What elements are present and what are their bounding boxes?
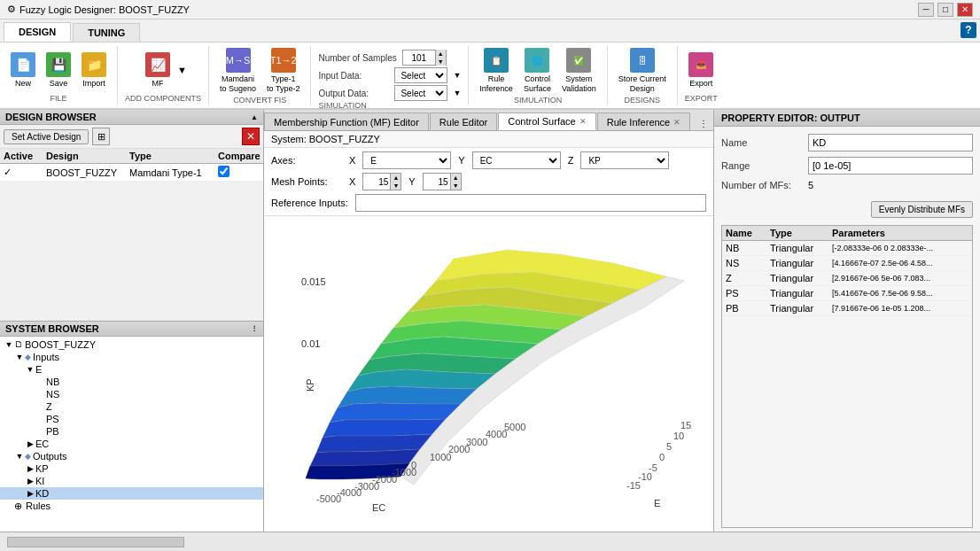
tree-NS[interactable]: NS <box>0 388 263 400</box>
store-current-design-button[interactable]: 🗄 Store CurrentDesign <box>615 46 670 96</box>
tree-PS[interactable]: PS <box>0 413 263 425</box>
system-browser-header[interactable]: SYSTEM BROWSER ⋮ <box>0 322 263 337</box>
y-axis-select[interactable]: EC <box>472 151 561 169</box>
system-validation-button[interactable]: ✅ SystemValidation <box>558 46 600 96</box>
horizontal-scrollbar[interactable] <box>7 537 184 547</box>
new-button[interactable]: 📄 New <box>7 50 39 90</box>
tab-ri-close[interactable]: ✕ <box>673 118 681 127</box>
output-data-label: Output Data: <box>318 89 389 98</box>
add-components-dropdown[interactable]: ▼ <box>177 65 184 75</box>
compare-checkbox[interactable] <box>218 166 229 177</box>
tab-cs-close[interactable]: ✕ <box>579 117 587 126</box>
tree-EC[interactable]: ▶ EC <box>0 438 263 450</box>
output-data-select[interactable]: Select <box>394 85 447 101</box>
mesh-x-spinner[interactable]: ▲ ▼ <box>362 173 401 190</box>
mesh-x-up[interactable]: ▲ <box>390 174 401 182</box>
mf-row-PB[interactable]: PB Triangular [7.91667e-06 1e-05 1.208..… <box>722 301 972 316</box>
db-row-0[interactable]: ✓ BOOST_FUZZY Mamdani Type-1 <box>0 164 263 182</box>
file-group-label: FILE <box>50 94 66 105</box>
tree-outputs[interactable]: ▼ ◆ Outputs <box>0 450 263 462</box>
ribbon-group-file: 📄 New 💾 Save 📁 Import FILE <box>0 46 118 105</box>
mesh-y-down[interactable]: ▼ <box>450 182 461 190</box>
input-data-dropdown[interactable]: ▼ <box>453 71 461 80</box>
help-button[interactable]: ? <box>961 22 976 38</box>
mf-type-Z: Triangular <box>766 271 828 285</box>
axes-label: Axes: <box>271 155 342 166</box>
import-button[interactable]: 📁 Import <box>78 50 110 90</box>
mf-params-NB: [-2.08333e-06 0 2.08333e-... <box>828 242 972 254</box>
tab-tuning[interactable]: TUNING <box>73 23 140 42</box>
set-active-design-button[interactable]: Set Active Design <box>4 129 89 144</box>
tree-NB[interactable]: NB <box>0 376 263 388</box>
mesh-y-up[interactable]: ▲ <box>450 174 461 182</box>
tab-control-surface[interactable]: Control Surface ✕ <box>498 113 595 130</box>
tree-toggle-KD: ▶ <box>25 489 35 498</box>
save-button[interactable]: 💾 Save <box>43 50 74 90</box>
num-samples-down[interactable]: ▼ <box>435 58 446 66</box>
mf-button[interactable]: 📈 MF <box>142 50 174 90</box>
mesh-y-input[interactable] <box>424 177 450 187</box>
num-samples-input[interactable] <box>403 50 435 65</box>
x-axis-select[interactable]: E <box>362 151 451 169</box>
prop-range-value[interactable]: [0 1e-05] <box>808 157 973 175</box>
rule-inference-button[interactable]: 📋 RuleInference <box>476 46 517 96</box>
tree-label-rules: Rules <box>26 501 51 511</box>
minimize-button[interactable]: ─ <box>918 3 934 17</box>
mf-row-NS[interactable]: NS Triangular [4.16667e-07 2.5e-06 4.58.… <box>722 256 972 271</box>
design-browser-header[interactable]: DESIGN BROWSER ▲ <box>0 110 263 125</box>
export-content: 📤 Export <box>685 46 717 94</box>
tree-label-PS: PS <box>46 414 59 424</box>
maximize-button[interactable]: □ <box>937 3 953 17</box>
input-data-select[interactable]: Select <box>394 67 447 83</box>
prop-range-row: Range [0 1e-05] <box>721 157 973 175</box>
export-label2: EXPORT <box>685 94 718 105</box>
tab-design[interactable]: DESIGN <box>4 22 71 42</box>
ref-inputs-field[interactable] <box>355 194 706 212</box>
db-close-button[interactable]: ✕ <box>242 128 260 145</box>
close-button[interactable]: ✕ <box>957 3 973 17</box>
mf-row-Z[interactable]: Z Triangular [2.91667e-06 5e-06 7.083... <box>722 271 972 286</box>
tree-inputs[interactable]: ▼ ◆ Inputs <box>0 351 263 363</box>
store-design-label: Store CurrentDesign <box>618 74 666 94</box>
prop-name-value[interactable]: KD <box>808 134 973 151</box>
mf-row-NB[interactable]: NB Triangular [-2.08333e-06 0 2.08333e-.… <box>722 241 972 256</box>
control-surface-button[interactable]: 🌐 ControlSurface <box>520 46 555 96</box>
mamdani-to-sugeno-button[interactable]: M→S Mamdanito Sugeno <box>216 46 260 96</box>
tab-rule-editor[interactable]: Rule Editor <box>430 113 497 130</box>
distribute-mfs-button[interactable]: Evenly Distribute MFs <box>871 201 973 218</box>
tab-mf-editor[interactable]: Membership Function (MF) Editor <box>264 113 429 130</box>
tree-KD[interactable]: ▶ KD <box>0 487 263 500</box>
mesh-x-down[interactable]: ▼ <box>390 182 401 190</box>
num-samples-spinner[interactable]: ▲ ▼ <box>402 50 447 66</box>
db-icon-button[interactable]: ⊞ <box>92 128 110 145</box>
tree-boost-fuzzy[interactable]: ▼ 🗋 BOOST_FUZZY <box>0 338 263 351</box>
design-browser: DESIGN BROWSER ▲ Set Active Design ⊞ ✕ A… <box>0 110 263 321</box>
export-button[interactable]: 📤 Export <box>685 50 717 90</box>
z-axis-select[interactable]: KP <box>580 151 669 169</box>
prop-name-row: Name KD <box>721 134 973 151</box>
type1-to-type2-button[interactable]: T1→2 Type-1to Type-2 <box>263 46 303 96</box>
system-browser-title: SYSTEM BROWSER <box>5 323 99 334</box>
tree-KI[interactable]: ▶ KI <box>0 475 263 487</box>
tree-label-root: BOOST_FUZZY <box>25 339 96 350</box>
property-table: Name KD Range [0 1e-05] Number of MFs: 5 <box>714 127 980 198</box>
num-samples-up[interactable]: ▲ <box>435 50 446 58</box>
mf-row-PS[interactable]: PS Triangular [5.41667e-06 7.5e-06 9.58.… <box>722 286 972 301</box>
save-icon: 💾 <box>46 52 71 77</box>
tab-rule-inference[interactable]: Rule Inference ✕ <box>597 113 691 130</box>
svg-text:5000: 5000 <box>504 422 525 432</box>
tree-label-inputs: Inputs <box>33 352 59 362</box>
tab-more-button[interactable]: ⋮ <box>694 117 713 130</box>
tree-rules[interactable]: ⊕ Rules <box>0 500 263 513</box>
svg-text:KP: KP <box>305 378 315 392</box>
output-data-dropdown[interactable]: ▼ <box>453 89 461 97</box>
tree-toggle-outputs: ▼ <box>14 452 25 461</box>
mesh-y-spinner[interactable]: ▲ ▼ <box>423 173 462 190</box>
mf-type-PB: Triangular <box>766 301 828 315</box>
tree-Z[interactable]: Z <box>0 400 263 413</box>
tree-PB[interactable]: PB <box>0 425 263 438</box>
tree-E[interactable]: ▼ E <box>0 363 263 376</box>
tree-KP[interactable]: ▶ KP <box>0 462 263 475</box>
svg-text:-5: -5 <box>649 462 657 473</box>
mesh-x-input[interactable] <box>363 177 390 187</box>
